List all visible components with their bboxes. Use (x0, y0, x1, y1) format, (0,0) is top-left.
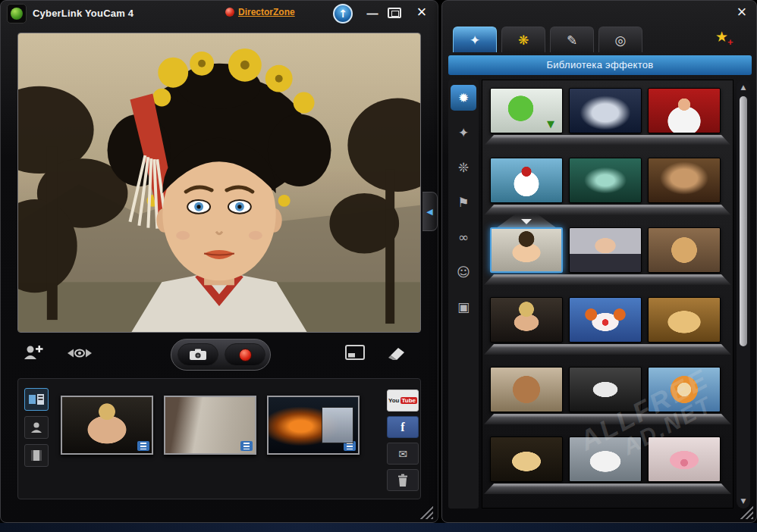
capture-controls (171, 339, 271, 371)
category-avatars-icon: ✹ (458, 90, 469, 105)
gallery-tab-all[interactable] (24, 388, 49, 411)
effect-alien[interactable] (569, 88, 642, 133)
youtube-share-button[interactable]: YouTube (387, 390, 419, 412)
resize-grip[interactable] (419, 505, 433, 519)
close-effects-button[interactable]: × (732, 2, 752, 22)
effect-globe-download[interactable] (490, 88, 563, 133)
effect-snowman[interactable] (490, 158, 563, 203)
record-button[interactable] (225, 343, 265, 366)
share-buttons: YouTube f ✉ (387, 390, 419, 496)
webcam-preview (17, 33, 421, 333)
camera-icon (189, 349, 207, 361)
plus-badge-icon: + (727, 36, 733, 48)
shelf-row (482, 437, 733, 506)
video-badge-icon (137, 441, 149, 451)
category-gadgets-icon: ⚑ (457, 195, 469, 210)
record-icon (239, 349, 252, 361)
face-tracking-button[interactable] (66, 345, 93, 365)
captured-portrait-thumb[interactable] (61, 396, 153, 455)
video-badge-icon (240, 441, 253, 451)
window-title: CyberLink YouCam 4 (33, 8, 133, 19)
directorzone-link[interactable]: DirectorZone (225, 7, 295, 17)
captured-desktop-thumb[interactable] (267, 396, 360, 455)
scrollbar-thumb[interactable] (740, 96, 747, 346)
effects-grid (482, 80, 733, 509)
category-frames-icon: ▣ (457, 299, 470, 315)
shelf-items (482, 367, 733, 414)
shelf-row (482, 297, 733, 367)
effects-scrollbar[interactable]: ▲ ▼ (737, 80, 750, 509)
video-badge-icon (344, 441, 356, 451)
tab-draw[interactable]: ✎ (550, 27, 594, 52)
category-distortions[interactable]: ❊ (451, 155, 476, 180)
avatar-add-button[interactable] (22, 343, 45, 365)
shelf-row (482, 367, 733, 437)
gallery-tab-videos[interactable] (24, 444, 49, 467)
effect-terracotta-warrior[interactable] (648, 158, 721, 203)
shelf-board (484, 414, 731, 424)
gallery-thumbs (61, 396, 381, 455)
download-new-effects-button[interactable]: ★ + (715, 30, 741, 49)
tab-gadgets[interactable]: ❋ (501, 27, 545, 52)
captured-texture-thumb[interactable] (164, 396, 256, 455)
effects-window: × ✦❋✎◎ ★ + Библиотека эффектов ✹✦❊⚑∞☺▣ ▲… (441, 0, 757, 523)
effect-poodle[interactable] (490, 367, 563, 412)
effect-santa[interactable] (648, 88, 721, 133)
effect-lion-cartoon[interactable] (648, 367, 721, 412)
effect-marble-bust[interactable] (569, 367, 642, 412)
delete-button[interactable] (387, 469, 419, 491)
shelf-board (484, 274, 731, 285)
category-masks[interactable]: ∞ (451, 224, 476, 250)
tab-effects[interactable]: ✦ (453, 27, 497, 52)
category-emoticons[interactable]: ☺ (451, 259, 476, 285)
shelf-board (484, 483, 731, 494)
effect-blond-man[interactable] (490, 297, 563, 343)
eraser-button[interactable] (386, 345, 406, 363)
pencil-icon: ✎ (567, 33, 577, 48)
tab-capture[interactable]: ◎ (598, 27, 642, 52)
close-button[interactable]: × (412, 2, 432, 22)
directorzone-icon (225, 8, 234, 17)
category-gadgets[interactable]: ⚑ (451, 189, 476, 215)
effects-tabs: ✦❋✎◎ (453, 27, 642, 54)
effect-pink-pig[interactable] (648, 437, 721, 482)
media-gallery: YouTube f ✉ (17, 378, 421, 499)
email-share-button[interactable]: ✉ (387, 443, 419, 465)
effect-golden-retriever[interactable] (648, 297, 721, 343)
shelf-board (484, 135, 731, 146)
snapshot-button[interactable] (177, 343, 218, 366)
scroll-down-button[interactable]: ▼ (737, 495, 750, 507)
category-frames[interactable]: ▣ (451, 294, 476, 320)
geisha-avatar-scene (18, 33, 420, 332)
effect-white-kitten[interactable] (569, 437, 642, 482)
effect-statue-liberty[interactable] (569, 158, 642, 203)
shelf-items (482, 297, 733, 344)
shelf-board (484, 344, 731, 355)
main-window: CyberLink YouCam 4 DirectorZone ↑ — × (0, 0, 438, 523)
upload-button[interactable]: ↑ (333, 4, 353, 23)
trash-icon (397, 474, 409, 487)
titlebar[interactable]: CyberLink YouCam 4 DirectorZone ↑ — × (1, 1, 438, 27)
portrait-icon (30, 421, 43, 434)
facebook-share-button[interactable]: f (387, 416, 419, 438)
scroll-up-button[interactable]: ▲ (737, 81, 750, 93)
category-emoticons-icon: ☺ (457, 264, 470, 280)
effect-caricature-face[interactable] (490, 227, 563, 273)
category-effects-icon: ✦ (458, 125, 469, 140)
gallery-tab-photos[interactable] (24, 416, 49, 439)
minimize-button[interactable]: — (364, 5, 381, 22)
effect-puppy[interactable] (490, 437, 563, 482)
category-effects[interactable]: ✦ (451, 120, 476, 146)
effect-teddy-bear[interactable] (648, 227, 721, 273)
collapse-panel-button[interactable]: ◀ (422, 192, 438, 231)
star-icon: ★ (715, 30, 728, 44)
effect-clown[interactable] (569, 297, 642, 343)
category-rail: ✹✦❊⚑∞☺▣ (448, 80, 479, 509)
fullscreen-button[interactable] (388, 8, 401, 18)
category-avatars[interactable]: ✹ (451, 85, 476, 111)
shelf-items (482, 158, 733, 205)
shelf-items (482, 437, 733, 483)
effect-man-portrait[interactable] (569, 227, 642, 273)
aspect-ratio-button[interactable] (345, 345, 365, 363)
desktop-background-strip (0, 523, 757, 532)
